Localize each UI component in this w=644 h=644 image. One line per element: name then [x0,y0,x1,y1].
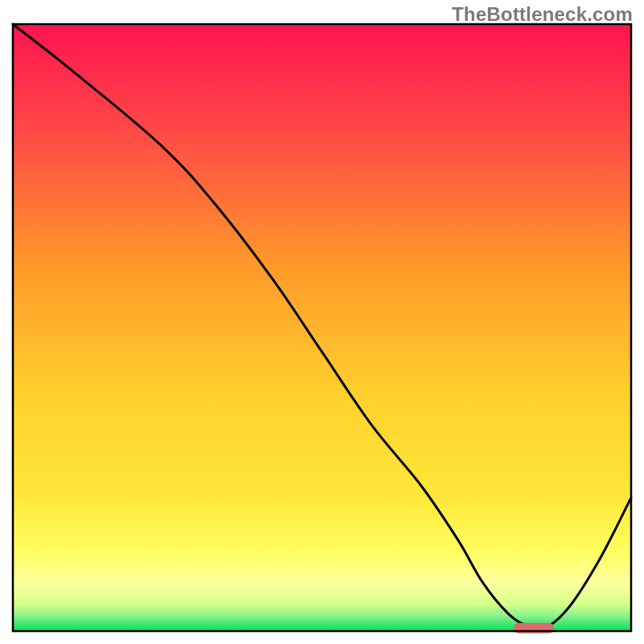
chart-container: { "watermark": "TheBottleneck.com", "col… [0,0,644,644]
chart-plot [0,0,644,644]
plot-background [13,24,631,631]
watermark: TheBottleneck.com [452,3,633,26]
